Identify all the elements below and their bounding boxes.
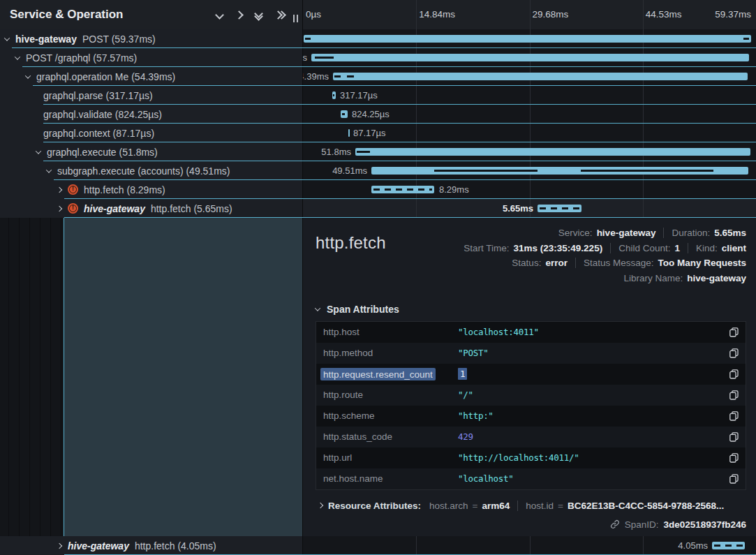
span-row-graphql-context[interactable]: graphql.context (87.17µs) 87.17µs (0, 124, 756, 142)
axis-tick: 0µs (306, 0, 321, 29)
expand-caret-icon[interactable] (57, 186, 62, 192)
duration-label: 49.51ms (332, 161, 367, 180)
detail-span-title: http.fetch (316, 233, 386, 285)
attribute-key: net.host.name (323, 473, 458, 484)
attribute-value: "/" (458, 390, 729, 400)
span-row-graphql-execute[interactable]: graphql.execute (51.8ms) 51.8ms (0, 142, 756, 161)
span-id-row: SpanID: 3de02518937fb246 (316, 519, 746, 530)
operation-name: POST /graphql (57.57ms) (26, 52, 137, 64)
collapse-all-icon[interactable] (255, 10, 262, 20)
span-timeline-cell: 51.8ms (303, 142, 756, 161)
span-label-cell: graphql.operation Me (54.39ms) (0, 67, 303, 86)
collapse-caret-icon[interactable] (46, 167, 52, 172)
kind-label: Kind: (696, 242, 718, 255)
link-icon[interactable] (610, 519, 620, 529)
span-bar[interactable] (304, 35, 751, 43)
attribute-value: "POST" (458, 348, 729, 358)
span-label-cell: POST /graphql (57.57ms) (0, 48, 303, 67)
span-attributes-section-header[interactable]: Span Attributes (316, 304, 746, 315)
span-bar[interactable] (311, 54, 749, 61)
duration-label: 57.57ms (303, 48, 307, 67)
span-timeline-cell (303, 29, 756, 48)
collapse-caret-icon[interactable] (4, 35, 10, 40)
attribute-row: http.status_code 429 (316, 427, 746, 447)
attribute-row-selected: http.request.resend_count 1 (316, 364, 746, 385)
collapse-one-icon[interactable] (216, 8, 223, 21)
copy-icon[interactable] (729, 369, 739, 379)
error-status-icon (68, 203, 78, 214)
attribute-row: http.method "POST" (316, 343, 746, 364)
span-row-http-fetch-565-selected[interactable]: hive-gateway http.fetch (5.65ms) 5.65ms (0, 199, 756, 218)
span-bar[interactable] (332, 91, 336, 99)
attribute-value: "localhost" (458, 473, 729, 484)
span-label-cell: http.fetch (8.29ms) (0, 180, 303, 199)
span-timeline-cell: 87.17µs (303, 124, 756, 142)
axis-tick: 44.53ms (646, 0, 682, 29)
resource-attributes-row[interactable]: Resource Attributes: host.arch = arm64 h… (316, 501, 746, 511)
tree-header-icons (216, 8, 285, 21)
span-timeline-cell: 8.29ms (303, 180, 756, 199)
copy-icon[interactable] (729, 327, 739, 337)
span-row-http-fetch-405[interactable]: hive-gateway http.fetch (4.05ms) 4.05ms (0, 536, 756, 555)
span-row-hive-gateway-post[interactable]: hive-gateway POST (59.37ms) (0, 29, 756, 48)
operation-name: http.fetch (5.65ms) (151, 203, 232, 214)
span-bar[interactable] (348, 129, 350, 137)
attribute-row: net.host.name "localhost" (316, 468, 746, 489)
copy-icon[interactable] (729, 432, 739, 442)
expand-caret-icon[interactable] (57, 542, 62, 548)
operation-name: POST (59.37ms) (82, 34, 156, 45)
collapse-caret-icon[interactable] (25, 73, 31, 78)
span-label-cell: hive-gateway http.fetch (4.05ms) (0, 536, 303, 555)
span-row-graphql-parse[interactable]: graphql.parse (317.17µs) 317.17µs (0, 86, 756, 105)
duration-label: 51.8ms (321, 142, 351, 161)
duration-label: 87.17µs (353, 124, 386, 142)
span-bar[interactable] (341, 110, 348, 118)
status-value: error (545, 256, 568, 269)
operation-name: graphql.context (87.17µs) (43, 128, 154, 139)
span-bar[interactable] (333, 73, 748, 80)
page-title: Service & Operation (10, 8, 216, 22)
duration-label: 824.25µs (352, 105, 390, 124)
panel-resize-handle-icon[interactable] (293, 15, 298, 22)
span-row-graphql-validate[interactable]: graphql.validate (824.25µs) 824.25µs (0, 105, 756, 124)
span-bar[interactable] (712, 542, 745, 549)
span-row-post-graphql[interactable]: POST /graphql (57.57ms) 57.57ms (0, 48, 756, 67)
service-name: hive-gateway (68, 540, 129, 552)
copy-icon[interactable] (729, 474, 739, 484)
trace-viewer-window: Service & Operation 0µs 14.84ms 29.68ms … (0, 0, 756, 555)
attribute-row: http.host "localhost:4011" (316, 322, 746, 343)
copy-icon[interactable] (729, 453, 739, 463)
span-row-graphql-operation[interactable]: graphql.operation Me (54.39ms) 54.39ms (0, 67, 756, 86)
duration-label: Duration: (672, 226, 710, 239)
child-count-label: Child Count: (618, 242, 670, 255)
span-row-subgraph-execute[interactable]: subgraph.execute (accounts) (49.51ms) 49… (0, 161, 756, 180)
operation-name: subgraph.execute (accounts) (49.51ms) (57, 165, 230, 177)
copy-icon[interactable] (729, 390, 739, 400)
expand-all-icon[interactable] (275, 12, 285, 18)
axis-tick: 59.37ms (715, 0, 751, 29)
child-count-value: 1 (674, 242, 680, 255)
copy-icon[interactable] (729, 348, 739, 358)
status-label: Status: (512, 256, 541, 269)
tree-header: Service & Operation (0, 0, 303, 29)
attribute-value: 429 (458, 431, 729, 442)
collapse-caret-icon[interactable] (36, 148, 41, 154)
span-bar[interactable] (371, 167, 748, 175)
span-bar[interactable] (355, 148, 750, 156)
span-bar[interactable] (371, 186, 434, 193)
span-timeline-cell: 57.57ms (303, 48, 756, 67)
copy-icon[interactable] (729, 411, 739, 421)
attribute-key: http.host (323, 327, 458, 337)
span-id-value: 3de02518937fb246 (663, 519, 746, 530)
start-time-value: 31ms (23:35:49.225) (514, 242, 603, 255)
span-timeline-cell: 4.05ms (303, 536, 756, 555)
duration-label: 4.05ms (678, 536, 708, 555)
span-bar[interactable] (538, 205, 581, 212)
expand-caret-icon[interactable] (57, 205, 62, 211)
span-row-http-fetch-829[interactable]: http.fetch (8.29ms) 8.29ms (0, 180, 756, 199)
equals-sign: = (558, 501, 563, 511)
collapse-caret-icon[interactable] (15, 54, 20, 59)
expand-one-icon[interactable] (236, 8, 242, 21)
span-label-cell: hive-gateway POST (59.37ms) (0, 29, 303, 48)
equals-sign: = (473, 501, 478, 511)
